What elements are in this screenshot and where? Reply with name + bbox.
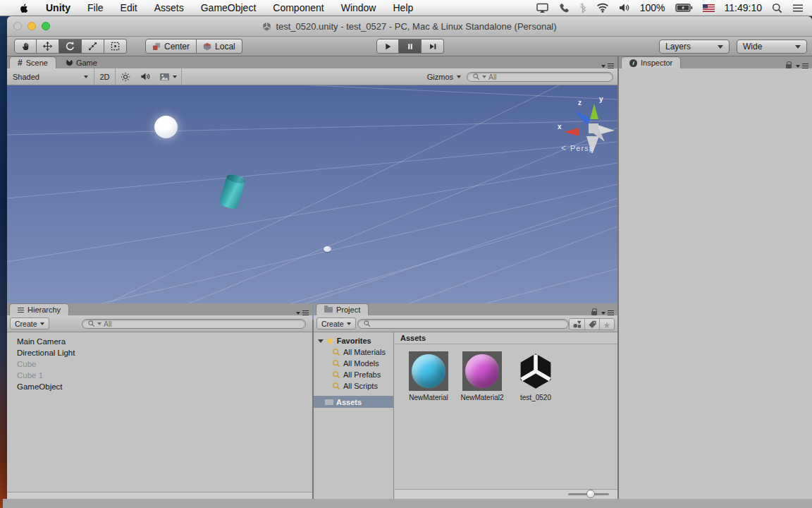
menu-gameobject[interactable]: GameObject (192, 0, 265, 16)
slider-knob[interactable] (586, 490, 595, 498)
rotate-tool-button[interactable] (59, 39, 82, 54)
move-tool-button[interactable] (37, 39, 59, 54)
favorites-all-materials[interactable]: All Materials (314, 346, 393, 358)
apple-menu[interactable] (10, 0, 37, 16)
asset-newmaterial2[interactable]: NewMaterial2 (462, 351, 503, 401)
tab-scene[interactable]: Scene (9, 56, 56, 68)
toggle-2d-button[interactable]: 2D (94, 68, 116, 85)
tab-project[interactable]: Project (316, 303, 369, 315)
menu-bar-clock[interactable]: 11:49:10 (725, 2, 762, 13)
rect-tool-icon (110, 41, 121, 52)
input-language-flag-icon[interactable] (703, 4, 715, 12)
sphere-object[interactable] (154, 116, 178, 138)
menu-unity[interactable]: Unity (37, 0, 79, 16)
menu-lines-icon (302, 310, 309, 315)
favorite-search-button[interactable] (599, 319, 614, 329)
axis-y-label: y (599, 95, 603, 103)
hierarchy-item-directional-light[interactable]: Directional Light (7, 347, 312, 358)
hierarchy-item-gameobject[interactable]: GameObject (7, 381, 312, 392)
menu-component[interactable]: Component (264, 0, 332, 16)
lock-icon[interactable] (786, 64, 792, 68)
hierarchy-item-cube[interactable]: Cube (7, 358, 312, 370)
hierarchy-item-cube-1[interactable]: Cube 1 (7, 370, 312, 381)
scale-tool-button[interactable] (82, 39, 104, 54)
tab-game[interactable]: Game (59, 56, 105, 68)
assets-folder-label: Assets (336, 398, 362, 406)
panel-menu-icon[interactable] (601, 64, 617, 68)
hierarchy-item-main-camera[interactable]: Main Camera (7, 336, 312, 347)
panel-menu-icon[interactable] (296, 310, 312, 315)
tab-hierarchy[interactable]: Hierarchy (9, 303, 69, 315)
small-scene-object[interactable] (324, 246, 331, 252)
favorites-all-prefabs[interactable]: All Prefabs (314, 369, 393, 380)
gizmo-z-axis[interactable] (574, 111, 591, 125)
pause-button[interactable] (399, 39, 422, 54)
menu-window[interactable]: Window (333, 0, 385, 16)
minimize-button[interactable] (27, 22, 36, 30)
gizmos-dropdown[interactable]: Gizmos (427, 73, 461, 81)
space-mode-button[interactable]: Local (197, 39, 242, 54)
zoom-button[interactable] (42, 22, 50, 30)
project-search-input[interactable] (357, 319, 569, 329)
play-button[interactable] (376, 39, 399, 54)
window-title-bar[interactable]: test_0520.unity - test_0527 - PC, Mac & … (7, 16, 812, 37)
favorites-all-scripts[interactable]: All Scripts (314, 380, 393, 392)
pivot-mode-button[interactable]: Center (145, 39, 197, 54)
layers-dropdown[interactable]: Layers (659, 40, 730, 54)
search-by-label-button[interactable] (584, 319, 599, 329)
gizmo-center-cube[interactable] (589, 123, 598, 133)
draw-mode-dropdown[interactable]: Shaded (7, 68, 94, 85)
rect-tool-button[interactable] (104, 39, 127, 54)
asset-test-0520-scene[interactable]: test_0520 (515, 351, 556, 401)
phone-icon[interactable] (558, 3, 569, 13)
move-icon (42, 41, 53, 52)
panel-menu-icon[interactable] (786, 64, 812, 68)
chevron-down-icon (40, 322, 44, 325)
hierarchy-search-input[interactable]: All (82, 319, 306, 329)
layout-label: Wide (743, 42, 762, 52)
create-label: Create (15, 320, 37, 328)
close-button[interactable] (13, 22, 22, 30)
menu-file[interactable]: File (79, 0, 112, 16)
layout-dropdown[interactable]: Wide (737, 40, 807, 54)
gizmo-x-axis[interactable] (564, 128, 579, 136)
pan-tool-button[interactable] (14, 39, 37, 54)
scene-search-input[interactable]: All (467, 72, 613, 82)
airplay-icon[interactable] (536, 3, 548, 13)
favorites-row[interactable]: Favorites (314, 335, 393, 346)
tab-inspector[interactable]: Inspector (621, 56, 681, 68)
foldout-arrow-icon[interactable] (318, 339, 324, 343)
volume-icon[interactable] (619, 3, 630, 13)
lock-icon[interactable] (591, 311, 597, 315)
project-create-button[interactable]: Create (316, 318, 356, 329)
notification-center-icon[interactable] (792, 4, 804, 13)
tab-hierarchy-label: Hierarchy (27, 306, 61, 314)
gizmo-y-axis[interactable] (590, 104, 598, 119)
chevron-down-icon (795, 45, 801, 49)
hierarchy-create-button[interactable]: Create (10, 318, 49, 329)
thumbnail-size-slider[interactable] (568, 493, 609, 495)
scene-effects-button[interactable] (155, 68, 182, 85)
main-toolbar: Center Local Layers Wide (7, 37, 812, 56)
asset-newmaterial[interactable]: NewMaterial (408, 351, 449, 401)
scene-lighting-button[interactable] (116, 68, 135, 85)
project-filter-buttons (569, 318, 615, 330)
menu-assets[interactable]: Assets (146, 0, 192, 16)
spotlight-icon[interactable] (772, 3, 782, 13)
menu-help[interactable]: Help (384, 0, 422, 16)
menu-edit[interactable]: Edit (112, 0, 146, 16)
favorites-all-models[interactable]: All Models (314, 358, 393, 369)
scene-panel: Scene Game Shaded 2D (7, 56, 617, 320)
assets-breadcrumb[interactable]: Assets (395, 332, 617, 344)
assets-folder-row[interactable]: Assets (314, 396, 393, 408)
bluetooth-icon[interactable] (579, 2, 586, 13)
wifi-icon[interactable] (596, 3, 609, 13)
search-by-type-button[interactable] (570, 319, 584, 329)
step-button[interactable] (422, 39, 444, 54)
scene-audio-button[interactable] (135, 68, 155, 85)
all-models-label: All Models (343, 359, 379, 368)
scene-viewport[interactable]: z y x Persp (7, 85, 617, 320)
panel-menu-icon[interactable] (591, 310, 617, 315)
perspective-toggle[interactable]: Persp (561, 143, 594, 153)
battery-icon[interactable] (675, 4, 693, 12)
